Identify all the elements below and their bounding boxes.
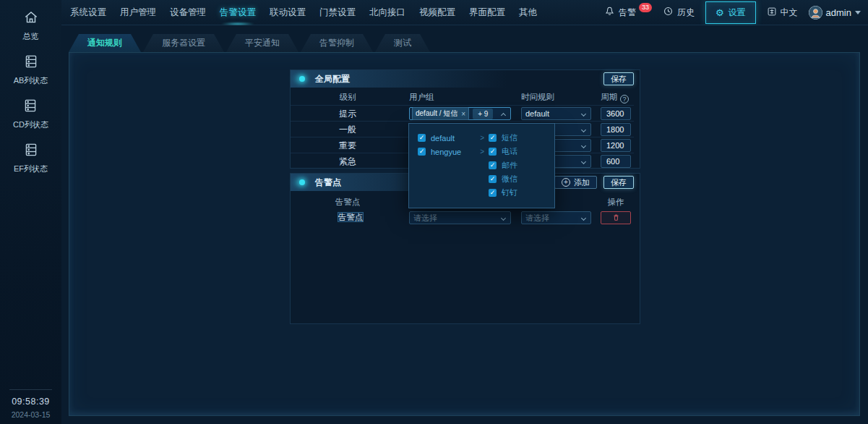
alarm-points-save-button[interactable]: 保存 <box>603 176 634 189</box>
channel-option-wechat[interactable]: 微信 <box>489 172 517 186</box>
add-button-label: 添加 <box>574 177 590 188</box>
nav-item-user-management[interactable]: 用户管理 <box>120 0 156 25</box>
sidebar-item-label: EF列状态 <box>14 164 48 174</box>
checkbox-checked-icon[interactable] <box>418 134 426 142</box>
checkbox-checked-icon[interactable] <box>489 134 497 142</box>
nav-item-alarm-settings[interactable]: 告警设置 <box>220 0 256 25</box>
global-config-title: 全局配置 <box>315 73 350 85</box>
column-header-time-rule: 时间规则 <box>521 90 591 104</box>
chevron-right-icon <box>480 134 484 142</box>
content-panel: 全局配置 保存 级别 用户组 时间规则 周期 <box>69 52 860 416</box>
group-option-hengyue[interactable]: hengyue <box>418 145 484 158</box>
user-group-tag: default / 短信 <box>412 107 469 120</box>
close-icon[interactable] <box>461 110 465 118</box>
channel-option-sms[interactable]: 短信 <box>489 131 517 145</box>
group-option-default[interactable]: default <box>418 131 484 145</box>
channel-option-label: 电话 <box>502 146 517 157</box>
nav-item-system-settings[interactable]: 系统设置 <box>70 0 106 25</box>
sidebar-item-ab-status[interactable]: AB列状态 <box>14 54 48 86</box>
level-label: 紧急 <box>291 153 405 169</box>
time-rule-value: default <box>525 109 549 118</box>
period-input[interactable] <box>601 107 631 120</box>
chevron-down-icon <box>581 127 586 132</box>
main-area: 通知规则 服务器设置 平安通知 告警抑制 测试 全局配置 保存 <box>61 25 868 424</box>
language-switcher[interactable]: 中文 <box>767 7 798 19</box>
delete-button[interactable] <box>601 211 631 224</box>
save-button-label: 保存 <box>611 177 627 188</box>
rack-icon <box>22 98 38 116</box>
add-button[interactable]: 添加 <box>554 176 597 189</box>
period-input[interactable] <box>601 155 631 168</box>
nav-item-linkage-settings[interactable]: 联动设置 <box>270 0 306 25</box>
save-button-label: 保存 <box>611 74 627 85</box>
nav-item-access-settings[interactable]: 门禁设置 <box>319 0 356 25</box>
sidebar-nav: 总览 AB列状态 CD列状态 <box>0 0 61 174</box>
glow-dot-icon <box>299 76 305 82</box>
checkbox-checked-icon[interactable] <box>489 189 497 197</box>
history-label: 历史 <box>677 7 695 19</box>
rack-icon <box>23 54 39 72</box>
level-label: 提示 <box>291 106 405 122</box>
tab-safety-notification[interactable]: 平安通知 <box>226 34 298 52</box>
channel-option-phone[interactable]: 电话 <box>489 145 517 158</box>
settings-button[interactable]: ⚙ 设置 <box>705 1 756 24</box>
column-header-alarm-point: 告警点 <box>291 195 405 208</box>
sidebar-item-cd-status[interactable]: CD列状态 <box>13 98 48 130</box>
table-row: 告警点 请选择 请选择 <box>291 210 634 226</box>
top-right-controls: 告警 33 历史 ⚙ 设置 中文 <box>604 1 861 24</box>
select-placeholder: 请选择 <box>413 213 437 224</box>
nav-item-other[interactable]: 其他 <box>519 0 537 25</box>
alarm-label: 告警 <box>619 7 636 19</box>
alarm-notifications[interactable]: 告警 33 <box>604 6 652 19</box>
column-header-level: 级别 <box>291 90 405 104</box>
tag-label: default / 短信 <box>416 109 457 119</box>
global-config-save-button[interactable]: 保存 <box>603 72 634 85</box>
sidebar-item-overview[interactable]: 总览 <box>23 9 39 42</box>
table-row: 提示 default / 短信 + 9 default <box>291 105 634 121</box>
top-nav: 系统设置 用户管理 设备管理 告警设置 联动设置 门禁设置 北向接口 视频配置 … <box>70 0 537 25</box>
checkbox-checked-icon[interactable] <box>489 161 497 169</box>
bell-icon <box>604 6 615 19</box>
nav-item-device-management[interactable]: 设备管理 <box>170 0 206 25</box>
chevron-down-icon <box>501 216 506 221</box>
tab-test[interactable]: 测试 <box>375 34 430 52</box>
alarm-point-select-2[interactable]: 请选择 <box>521 211 591 224</box>
channel-option-dingtalk[interactable]: 钉钉 <box>489 186 517 200</box>
alarm-point-select-1[interactable]: 请选择 <box>409 211 511 224</box>
level-label: 重要 <box>291 137 405 153</box>
help-icon[interactable] <box>620 95 629 103</box>
time-rule-select[interactable]: default <box>521 107 591 120</box>
trash-icon <box>612 211 620 224</box>
tab-alarm-suppression[interactable]: 告警抑制 <box>301 34 373 52</box>
alarm-point-name-button[interactable]: 告警点 <box>338 212 364 222</box>
channel-option-email[interactable]: 邮件 <box>489 158 517 172</box>
tab-server-settings[interactable]: 服务器设置 <box>143 34 224 52</box>
username: admin <box>826 7 851 18</box>
nav-item-northbound-interface[interactable]: 北向接口 <box>369 0 405 25</box>
select-placeholder: 请选择 <box>525 213 549 224</box>
top-bar: 系统设置 用户管理 设备管理 告警设置 联动设置 门禁设置 北向接口 视频配置 … <box>61 0 868 25</box>
global-config-header: 全局配置 保存 <box>291 70 640 88</box>
channel-option-label: 邮件 <box>502 160 517 171</box>
checkbox-checked-icon[interactable] <box>489 175 497 183</box>
current-time: 09:58:39 <box>0 397 61 407</box>
nav-item-ui-config[interactable]: 界面配置 <box>469 0 505 25</box>
plus-circle-icon <box>562 178 570 187</box>
sidebar-item-ef-status[interactable]: EF列状态 <box>14 142 48 174</box>
nav-item-video-config[interactable]: 视频配置 <box>419 0 455 25</box>
left-sidebar: 总览 AB列状态 CD列状态 <box>0 0 61 424</box>
alarm-points-title: 告警点 <box>315 177 341 189</box>
dropdown-groups-column: default hengyue <box>418 131 484 158</box>
checkbox-checked-icon[interactable] <box>489 148 497 156</box>
app-root: 总览 AB列状态 CD列状态 <box>0 0 868 424</box>
group-option-label: default <box>431 134 455 143</box>
period-input[interactable] <box>601 139 631 152</box>
column-header-action: 操作 <box>601 195 631 208</box>
period-input[interactable] <box>601 123 631 136</box>
checkbox-checked-icon[interactable] <box>418 148 426 156</box>
history-button[interactable]: 历史 <box>663 6 695 19</box>
user-menu[interactable]: admin <box>809 6 861 20</box>
tab-notification-rules[interactable]: 通知规则 <box>69 34 141 52</box>
user-group-select[interactable]: default / 短信 + 9 <box>409 107 511 120</box>
user-group-dropdown: default hengyue 短信 <box>408 123 555 208</box>
